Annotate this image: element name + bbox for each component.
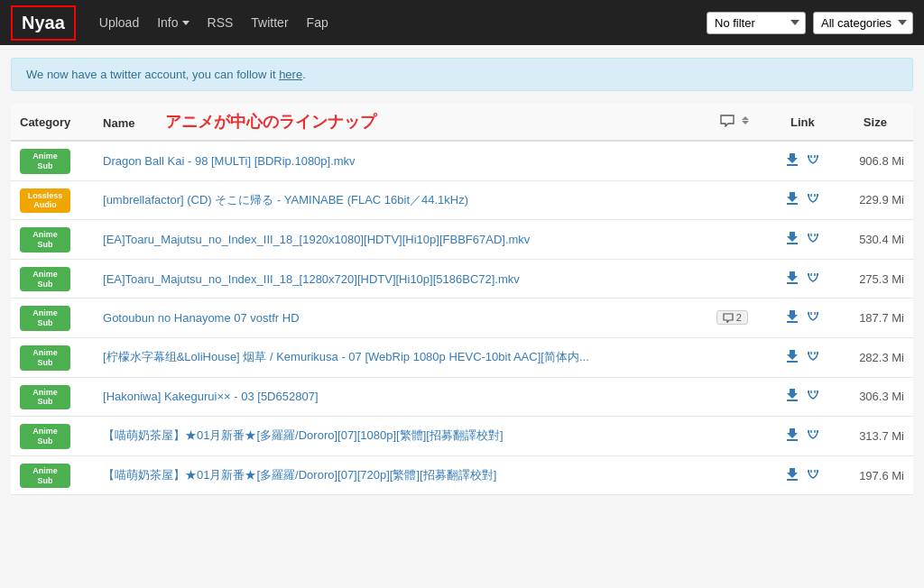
size-cell: 530.4 Mi bbox=[837, 220, 913, 260]
nav-fap[interactable]: Fap bbox=[298, 0, 337, 45]
table-row: AnimeSub[EA]Toaru_Majutsu_no_Index_III_1… bbox=[11, 220, 913, 260]
category-badge[interactable]: AnimeSub bbox=[20, 306, 70, 331]
download-link[interactable] bbox=[786, 391, 802, 405]
announcement-link[interactable]: here bbox=[279, 68, 302, 81]
link-cell bbox=[768, 220, 837, 260]
nav-twitter[interactable]: Twitter bbox=[242, 0, 297, 45]
category-badge[interactable]: AnimeSub bbox=[20, 227, 70, 253]
table-header-row: Category Name アニメが中心のラインナップ bbox=[11, 104, 913, 141]
file-link[interactable]: Dragon Ball Kai - 98 [MULTi] [BDRip.1080… bbox=[103, 154, 356, 168]
category-cell: AnimeSub bbox=[11, 417, 94, 456]
table-row: AnimeSub[Hakoniwa] Kakegurui×× - 03 [5D6… bbox=[11, 377, 913, 417]
size-cell: 275.3 Mi bbox=[837, 259, 913, 299]
category-badge[interactable]: AnimeSub bbox=[20, 345, 70, 371]
svg-rect-25 bbox=[787, 361, 798, 363]
link-cell bbox=[768, 180, 837, 220]
category-cell: AnimeSub bbox=[11, 220, 94, 260]
magnet-link[interactable] bbox=[807, 274, 819, 288]
torrent-table: Category Name アニメが中心のラインナップ bbox=[11, 104, 913, 495]
nav-rss[interactable]: RSS bbox=[199, 0, 243, 45]
chevron-down-icon bbox=[182, 21, 189, 25]
svg-rect-30 bbox=[787, 400, 798, 401]
nav-info-label: Info bbox=[157, 0, 178, 45]
japanese-heading: アニメが中心のラインナップ bbox=[165, 113, 376, 131]
comments-cell bbox=[701, 141, 768, 180]
magnet-link[interactable] bbox=[807, 234, 819, 248]
nav-info-dropdown[interactable]: Info bbox=[148, 0, 198, 45]
col-link: Link bbox=[768, 104, 837, 141]
download-link[interactable] bbox=[786, 431, 802, 445]
category-cell: AnimeSub bbox=[11, 337, 94, 377]
download-link[interactable] bbox=[786, 313, 802, 326]
magnet-link[interactable] bbox=[807, 391, 819, 405]
comments-cell bbox=[701, 259, 768, 299]
file-link[interactable]: [umbrellafactor] (CD) そこに帰る - YAMINABE (… bbox=[103, 193, 468, 207]
sort-icon[interactable] bbox=[742, 116, 749, 124]
file-link[interactable]: [Hakoniwa] Kakegurui×× - 03 [5D652807] bbox=[103, 390, 319, 403]
name-cell: 【喵萌奶茶屋】★01月新番★[多羅羅/Dororo][07][1080p][繁體… bbox=[94, 417, 701, 456]
size-cell: 187.7 Mi bbox=[837, 299, 913, 338]
category-cell: AnimeSub bbox=[11, 299, 94, 338]
magnet-link[interactable] bbox=[807, 313, 819, 326]
comments-cell bbox=[701, 220, 768, 260]
svg-rect-20 bbox=[787, 321, 798, 323]
filter-select[interactable]: No filter No remakes Trusted only bbox=[707, 12, 806, 34]
link-cell bbox=[768, 141, 837, 180]
magnet-link[interactable] bbox=[807, 353, 819, 366]
nav-filters: No filter No remakes Trusted only All ca… bbox=[707, 12, 913, 34]
category-badge[interactable]: AnimeSub bbox=[20, 464, 70, 489]
category-badge[interactable]: AnimeSub bbox=[20, 385, 70, 410]
download-link[interactable] bbox=[786, 234, 802, 248]
category-select[interactable]: All categories Anime Audio Literature Li… bbox=[813, 12, 913, 34]
magnet-icon bbox=[807, 467, 819, 482]
download-link[interactable] bbox=[786, 195, 802, 208]
file-link[interactable]: [EA]Toaru_Majutsu_no_Index_III_18_[1280x… bbox=[103, 272, 520, 286]
magnet-link[interactable] bbox=[807, 195, 819, 208]
magnet-icon bbox=[807, 388, 819, 402]
category-badge[interactable]: AnimeSub bbox=[20, 267, 70, 292]
category-badge[interactable]: LosslessAudio bbox=[20, 188, 70, 214]
size-cell: 306.3 Mi bbox=[837, 377, 913, 417]
download-link[interactable] bbox=[786, 274, 802, 288]
svg-rect-35 bbox=[787, 439, 798, 441]
svg-rect-0 bbox=[787, 164, 798, 166]
comments-icon bbox=[720, 115, 735, 127]
size-cell: 229.9 Mi bbox=[837, 180, 913, 220]
nav-upload[interactable]: Upload bbox=[90, 0, 148, 45]
category-cell: AnimeSub bbox=[11, 377, 94, 417]
link-cell bbox=[768, 337, 837, 377]
magnet-link[interactable] bbox=[807, 156, 819, 170]
download-link[interactable] bbox=[786, 471, 802, 484]
file-link[interactable]: 【喵萌奶茶屋】★01月新番★[多羅羅/Dororo][07][1080p][繁體… bbox=[103, 428, 504, 442]
table-row: AnimeSubGotoubun no Hanayome 07 vostfr H… bbox=[11, 299, 913, 338]
comments-cell bbox=[701, 180, 768, 220]
file-link[interactable]: 【喵萌奶茶屋】★01月新番★[多羅羅/Dororo][07][720p][繁體]… bbox=[103, 468, 496, 482]
download-link[interactable] bbox=[786, 156, 802, 170]
size-cell: 906.8 Mi bbox=[837, 141, 913, 180]
col-name: Name アニメが中心のラインナップ bbox=[94, 104, 701, 141]
name-cell: 【喵萌奶茶屋】★01月新番★[多羅羅/Dororo][07][720p][繁體]… bbox=[94, 455, 701, 495]
file-link[interactable]: [EA]Toaru_Majutsu_no_Index_III_18_[1920x… bbox=[103, 233, 530, 246]
file-link[interactable]: Gotoubun no Hanayome 07 vostfr HD bbox=[103, 311, 300, 325]
magnet-icon bbox=[807, 152, 819, 167]
download-link[interactable] bbox=[786, 353, 802, 366]
magnet-link[interactable] bbox=[807, 471, 819, 484]
announcement-banner: We now have a twitter account, you can f… bbox=[11, 58, 913, 91]
link-cell bbox=[768, 455, 837, 495]
file-link[interactable]: [柠檬水字幕组&LoliHouse] 烟草 / Kemurikusa - 07 … bbox=[103, 350, 589, 363]
torrent-table-container: Category Name アニメが中心のラインナップ bbox=[11, 104, 913, 495]
magnet-icon bbox=[807, 231, 819, 245]
link-cell bbox=[768, 259, 837, 299]
name-cell: [EA]Toaru_Majutsu_no_Index_III_18_[1280x… bbox=[94, 259, 701, 299]
size-cell: 197.6 Mi bbox=[837, 455, 913, 495]
brand-logo[interactable]: Nyaa bbox=[11, 5, 76, 41]
magnet-link[interactable] bbox=[807, 431, 819, 445]
comment-count-badge[interactable]: 2 bbox=[716, 310, 748, 325]
category-badge[interactable]: AnimeSub bbox=[20, 424, 70, 449]
name-cell: Dragon Ball Kai - 98 [MULTi] [BDRip.1080… bbox=[94, 141, 701, 180]
comments-cell: 2 bbox=[701, 299, 768, 338]
svg-rect-15 bbox=[787, 282, 798, 284]
col-comments bbox=[701, 104, 768, 141]
download-icon bbox=[786, 309, 799, 324]
category-badge[interactable]: AnimeSub bbox=[20, 149, 70, 174]
